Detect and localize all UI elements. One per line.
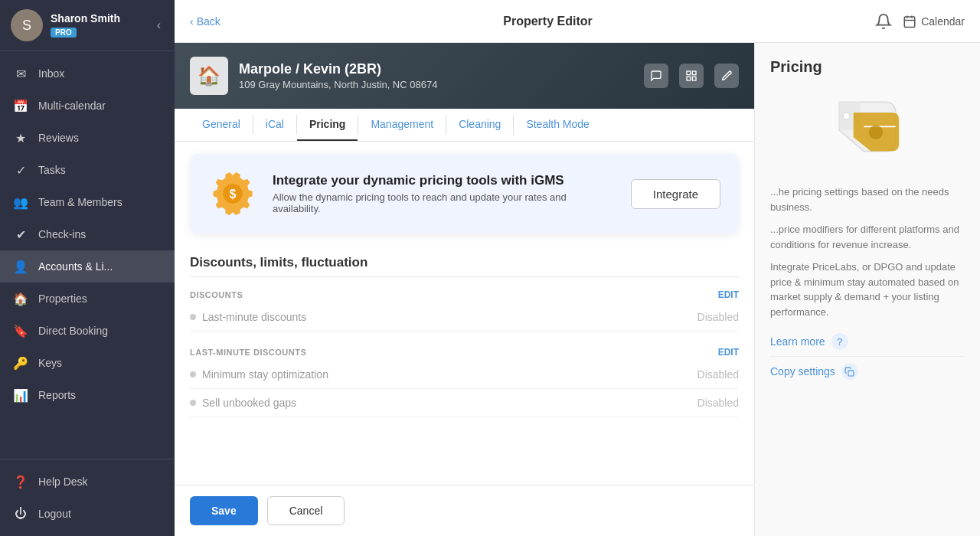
learn-more-link[interactable]: Learn more ? (770, 327, 965, 357)
star-icon: ★ (12, 129, 29, 146)
gear-dollar-icon: $ (208, 169, 257, 218)
integrate-banner: $ Integrate your dynamic pricing tools w… (190, 154, 739, 234)
sidebar-item-inbox[interactable]: ✉ Inbox (0, 57, 175, 90)
save-button[interactable]: Save (190, 496, 258, 525)
discount-label: Sell unbooked gaps (190, 397, 296, 409)
sidebar-item-label: Direct Booking (38, 325, 108, 337)
topbar: ‹ Back Property Editor Calendar (175, 0, 980, 43)
tabs-bar: General iCal Pricing Management Cleaning… (175, 109, 754, 142)
inbox-icon: ✉ (12, 65, 29, 82)
help-circle-icon: ? (831, 333, 848, 350)
copy-settings-label: Copy settings (770, 365, 835, 377)
main-content: ‹ Back Property Editor Calendar (175, 0, 980, 536)
integrate-desc: Allow the dynamic pricing tools to reach… (273, 191, 616, 214)
sidebar-item-multi-calendar[interactable]: 📅 Multi-calendar (0, 90, 175, 122)
copy-settings-link[interactable]: Copy settings (770, 357, 965, 386)
dot-icon (190, 314, 196, 320)
topbar-actions: Calendar (875, 13, 965, 30)
svg-rect-5 (692, 71, 696, 75)
table-row: Sell unbooked gaps Disabled (190, 389, 739, 417)
calendar-icon: 📅 (12, 97, 29, 114)
sidebar-item-label: Reviews (38, 132, 79, 144)
right-panel: Pricing ...he pricing settings based on … (754, 43, 980, 536)
discount-item-label: Sell unbooked gaps (202, 397, 296, 409)
tab-management[interactable]: Management (358, 109, 446, 141)
grid-icon[interactable] (679, 64, 704, 88)
checkins-icon: ✔ (12, 226, 29, 243)
svg-rect-7 (692, 77, 696, 80)
integrate-button[interactable]: Integrate (631, 179, 720, 209)
sidebar-item-team[interactable]: 👥 Team & Members (0, 186, 175, 218)
dot-icon (190, 371, 196, 377)
sidebar-item-label: Tasks (38, 164, 66, 176)
sidebar-item-label: Inbox (38, 67, 64, 80)
team-icon: 👥 (12, 194, 29, 211)
svg-point-12 (843, 113, 850, 119)
discount-item-label: Minimum stay optimization (202, 368, 328, 381)
sidebar-item-label: Check-ins (38, 228, 86, 240)
content-area: 🏠 Marpole / Kevin (2BR) 109 Gray Mountai… (175, 43, 980, 536)
discount-status: Disabled (697, 311, 739, 323)
sidebar-item-direct-booking[interactable]: 🔖 Direct Booking (0, 315, 175, 347)
sidebar-nav: ✉ Inbox 📅 Multi-calendar ★ Reviews ✓ Tas… (0, 51, 175, 459)
sidebar-item-check-ins[interactable]: ✔ Check-ins (0, 218, 175, 250)
table-row: Minimum stay optimization Disabled (190, 361, 739, 389)
keys-icon: 🔑 (12, 355, 29, 371)
right-desc-1: ...he pricing settings based on the need… (770, 185, 965, 214)
tab-cleaning[interactable]: Cleaning (446, 109, 513, 141)
notification-bell-icon[interactable] (875, 13, 892, 30)
discounts-label-row: DISCOUNTS EDIT (190, 283, 739, 303)
sidebar-item-reports[interactable]: 📊 Reports (0, 379, 175, 411)
sidebar-item-properties[interactable]: 🏠 Properties (0, 283, 175, 315)
help-icon: ❓ (12, 473, 29, 490)
integrate-text: Integrate your dynamic pricing tools wit… (273, 173, 616, 214)
tab-general[interactable]: General (190, 109, 253, 141)
sidebar-item-label: Help Desk (38, 476, 88, 488)
sidebar-item-label: Accounts & Li... (38, 260, 113, 273)
pricing-tag-icon (825, 88, 910, 172)
reports-icon: 📊 (12, 387, 29, 404)
copy-icon (841, 363, 858, 380)
calendar-button[interactable]: Calendar (903, 15, 965, 28)
sidebar-item-label: Logout (38, 508, 71, 520)
tab-pricing[interactable]: Pricing (297, 109, 358, 141)
sidebar-item-label: Keys (38, 357, 62, 369)
back-button[interactable]: ‹ Back (190, 15, 220, 28)
sidebar-item-accounts[interactable]: 👤 Accounts & Li... (0, 250, 175, 283)
username: Sharon Smith (51, 12, 154, 25)
chat-icon[interactable] (644, 64, 668, 88)
property-address: 109 Gray Mountains, North Justin, NC 086… (239, 79, 644, 90)
table-row: Last-minute discounts Disabled (190, 303, 739, 332)
sidebar-item-keys[interactable]: 🔑 Keys (0, 347, 175, 379)
svg-rect-4 (687, 71, 691, 75)
direct-booking-icon: 🔖 (12, 322, 29, 339)
calendar-label: Calendar (921, 15, 965, 28)
discounts-edit-button[interactable]: EDIT (718, 289, 739, 300)
sidebar-item-label: Multi-calendar (38, 100, 106, 112)
sidebar-item-tasks[interactable]: ✓ Tasks (0, 154, 175, 186)
collapse-icon[interactable]: ‹ (154, 15, 164, 35)
properties-icon: 🏠 (12, 290, 29, 307)
sidebar-item-logout[interactable]: ⏻ Logout (0, 498, 175, 530)
svg-text:$: $ (230, 188, 237, 201)
pro-badge: PRO (51, 28, 77, 38)
back-chevron-icon: ‹ (190, 15, 194, 28)
svg-rect-13 (848, 370, 854, 375)
svg-rect-6 (687, 77, 691, 80)
sidebar-item-reviews[interactable]: ★ Reviews (0, 122, 175, 154)
paintbrush-icon[interactable] (714, 64, 739, 88)
last-minute-edit-button[interactable]: EDIT (718, 347, 739, 358)
sidebar-item-label: Team & Members (38, 196, 122, 208)
discounts-section: Discounts, limits, fluctuation DISCOUNTS… (175, 246, 754, 485)
center-panel: 🏠 Marpole / Kevin (2BR) 109 Gray Mountai… (175, 43, 754, 536)
tab-stealth-mode[interactable]: Stealth Mode (514, 109, 602, 141)
tab-ical[interactable]: iCal (253, 109, 296, 141)
cancel-button[interactable]: Cancel (267, 496, 345, 525)
accounts-icon: 👤 (12, 258, 29, 275)
sidebar-item-help-desk[interactable]: ❓ Help Desk (0, 466, 175, 498)
logout-icon: ⏻ (12, 505, 29, 522)
dot-icon (190, 400, 196, 406)
action-bar: Save Cancel (175, 485, 754, 536)
last-minute-label: LAST-MINUTE DISCOUNTS (190, 348, 306, 357)
property-name: Marpole / Kevin (2BR) (239, 61, 644, 77)
